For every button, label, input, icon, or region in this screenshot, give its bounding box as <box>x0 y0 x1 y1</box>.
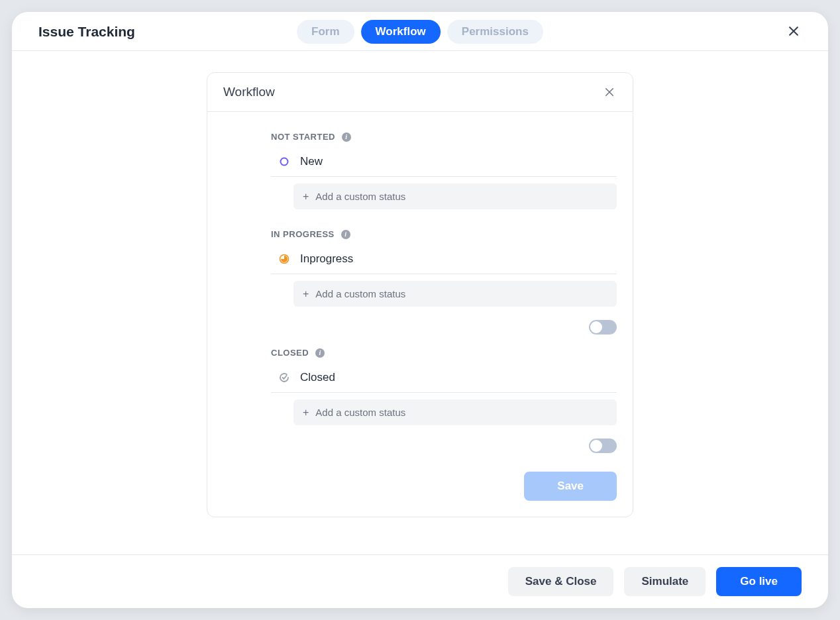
toggle-knob <box>590 321 602 333</box>
add-custom-status-button[interactable]: + Add a custom status <box>293 183 617 209</box>
close-modal-button[interactable] <box>783 21 804 42</box>
modal-container: Issue Tracking Form Workflow Permissions… <box>12 12 828 608</box>
workflow-panel: Workflow NOT STARTED i <box>207 72 633 517</box>
section-label: CLOSED i <box>271 348 617 358</box>
panel-close-button[interactable] <box>602 85 617 99</box>
section-closed: CLOSED i Closed + <box>271 348 617 453</box>
go-live-button[interactable]: Go live <box>716 567 802 596</box>
section-label: NOT STARTED i <box>271 132 617 142</box>
tab-workflow[interactable]: Workflow <box>361 20 441 44</box>
save-close-button[interactable]: Save & Close <box>508 567 614 596</box>
close-icon <box>787 25 800 38</box>
status-name: Closed <box>300 371 335 384</box>
toggle-row <box>271 439 617 453</box>
toggle-knob <box>590 440 602 452</box>
add-custom-status-button[interactable]: + Add a custom status <box>293 281 617 307</box>
close-icon <box>604 86 615 98</box>
info-icon[interactable]: i <box>315 348 325 358</box>
page-title: Issue Tracking <box>38 24 135 40</box>
tabs-container: Form Workflow Permissions <box>297 20 543 44</box>
tab-form[interactable]: Form <box>297 20 354 44</box>
info-icon[interactable]: i <box>342 132 351 142</box>
section-label-text: CLOSED <box>271 348 309 358</box>
plus-icon: + <box>303 289 309 299</box>
plus-icon: + <box>303 191 309 202</box>
modal-body: Workflow NOT STARTED i <box>12 51 828 554</box>
plus-icon: + <box>303 407 309 418</box>
status-row[interactable]: Closed <box>271 367 617 393</box>
section-not-started: NOT STARTED i New + Add a custom st <box>271 132 617 209</box>
add-custom-label: Add a custom status <box>315 288 405 299</box>
section-label: IN PROGRESS i <box>271 229 617 239</box>
tab-permissions[interactable]: Permissions <box>447 20 543 44</box>
section-toggle[interactable] <box>589 439 617 453</box>
circle-half-icon <box>279 254 289 264</box>
toggle-row <box>271 320 617 335</box>
add-custom-status-button[interactable]: + Add a custom status <box>293 399 617 425</box>
status-name: Inprogress <box>300 252 353 266</box>
panel-footer: Save <box>223 466 617 501</box>
panel-body: NOT STARTED i New + Add a custom st <box>207 112 633 517</box>
modal-footer: Save & Close Simulate Go live <box>12 554 828 608</box>
panel-header: Workflow <box>207 73 633 112</box>
info-icon[interactable]: i <box>341 230 350 239</box>
svg-point-4 <box>281 158 288 166</box>
section-label-text: IN PROGRESS <box>271 229 335 239</box>
status-name: New <box>300 155 323 168</box>
modal-header: Issue Tracking Form Workflow Permissions <box>12 12 828 51</box>
section-toggle[interactable] <box>589 320 617 335</box>
section-in-progress: IN PROGRESS i Inprogress <box>271 229 617 335</box>
status-row[interactable]: New <box>271 151 617 177</box>
add-custom-label: Add a custom status <box>315 191 405 202</box>
section-label-text: NOT STARTED <box>271 132 335 142</box>
status-row[interactable]: Inprogress <box>271 248 617 274</box>
panel-title: Workflow <box>223 85 275 99</box>
check-circle-icon <box>279 372 289 383</box>
simulate-button[interactable]: Simulate <box>624 567 706 596</box>
save-button[interactable]: Save <box>524 472 617 501</box>
circle-open-icon <box>279 156 289 167</box>
add-custom-label: Add a custom status <box>315 407 405 418</box>
